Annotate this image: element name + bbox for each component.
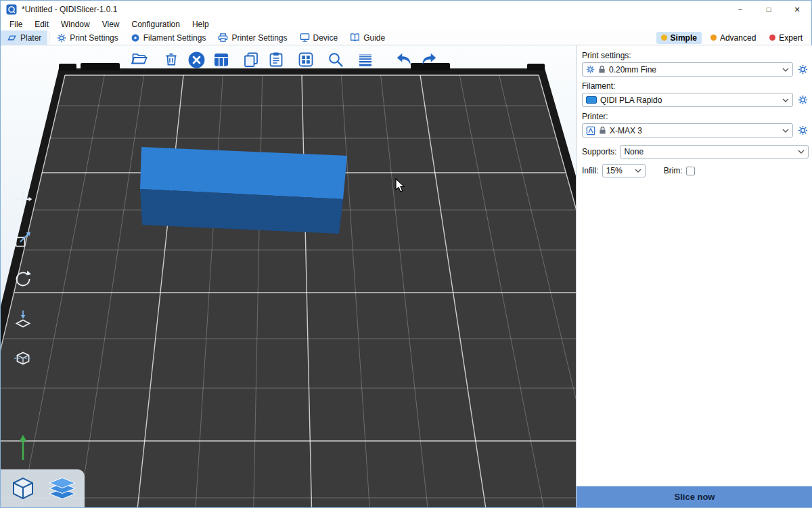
tab-label: Plater <box>20 33 41 43</box>
main-area: Print settings: 0.20mm Fine Filament: QI… <box>1 45 811 507</box>
tab-printer-settings[interactable]: Printer Settings <box>212 30 293 45</box>
search-button[interactable] <box>324 48 347 71</box>
tab-guide[interactable]: Guide <box>344 30 391 45</box>
cube-3d-icon <box>8 473 38 503</box>
infill-value: 15% <box>606 166 623 175</box>
tab-print-settings[interactable]: Print Settings <box>51 30 124 45</box>
chevron-down-icon <box>632 169 641 173</box>
supports-value: None <box>624 147 644 156</box>
place-on-face-tool-button[interactable] <box>9 305 37 333</box>
viewport-3d[interactable] <box>1 45 576 507</box>
copy-icon <box>242 51 260 68</box>
mode-label: Simple <box>671 33 697 43</box>
delete-all-icon <box>187 51 206 69</box>
preview-layers-view-button[interactable] <box>45 471 80 505</box>
brim-checkbox[interactable] <box>686 167 695 175</box>
layers-stack-icon <box>47 473 78 503</box>
open-folder-icon <box>131 51 148 68</box>
undo-button[interactable] <box>392 48 415 71</box>
window-title: *Untitled - QIDISlicer-1.0.1 <box>22 5 117 14</box>
slice-now-button[interactable]: Slice now <box>577 486 812 507</box>
menu-view[interactable]: View <box>96 18 126 30</box>
tab-label: Filament Settings <box>143 33 206 43</box>
menu-edit[interactable]: Edit <box>28 18 55 30</box>
menubar: File Edit Window View Configuration Help <box>1 18 811 30</box>
filament-color-swatch <box>586 96 597 104</box>
infill-select[interactable]: 15% <box>602 164 646 177</box>
settings-sidebar: Print settings: 0.20mm Fine Filament: QI… <box>576 45 812 507</box>
book-icon <box>350 33 360 43</box>
qidislicer-window: *Untitled - QIDISlicer-1.0.1 − □ ✕ File … <box>0 0 812 508</box>
rotate-tool-button[interactable] <box>9 266 37 293</box>
open-file-button[interactable] <box>128 48 151 71</box>
supports-select[interactable]: None <box>620 145 809 158</box>
arrange-grid-icon <box>212 51 230 68</box>
cut-tool-button[interactable] <box>9 345 37 373</box>
brim-label: Brim: <box>664 166 683 175</box>
paste-icon <box>267 51 285 68</box>
printer-preset-icon <box>586 126 595 135</box>
layer-height-icon <box>357 51 374 68</box>
copy-button[interactable] <box>240 48 263 71</box>
build-plate[interactable] <box>1 45 576 507</box>
menu-help[interactable]: Help <box>186 18 215 30</box>
print-settings-value: 0.20mm Fine <box>609 65 656 75</box>
minimize-button[interactable]: − <box>726 1 754 18</box>
print-settings-gear-button[interactable] <box>796 64 809 76</box>
lock-icon <box>598 65 606 74</box>
paste-button[interactable] <box>265 48 288 71</box>
window-controls: − □ ✕ <box>726 1 811 18</box>
top-toolbar <box>128 48 441 71</box>
tab-filament-settings[interactable]: Filament Settings <box>125 30 212 45</box>
mode-expert[interactable]: Expert <box>765 32 807 44</box>
scale-tool-button[interactable] <box>9 226 37 253</box>
menu-configuration[interactable]: Configuration <box>126 18 186 30</box>
menu-window[interactable]: Window <box>55 18 96 30</box>
split-to-objects-button[interactable] <box>294 48 317 71</box>
tab-plater[interactable]: Plater <box>1 30 47 45</box>
maximize-button[interactable]: □ <box>754 1 783 18</box>
app-icon <box>6 4 17 15</box>
filament-select[interactable]: QIDI PLA Rapido <box>582 93 793 107</box>
chevron-down-icon <box>780 98 789 102</box>
tabbar: Plater Print Settings Filament Settings … <box>1 30 811 45</box>
delete-all-button[interactable] <box>185 48 208 71</box>
advanced-mode-dot <box>710 35 717 41</box>
arrange-button[interactable] <box>210 48 233 71</box>
filament-gear-button[interactable] <box>796 94 809 106</box>
search-icon <box>327 51 344 68</box>
delete-button[interactable] <box>160 48 183 71</box>
printer-select[interactable]: X-MAX 3 <box>582 123 793 137</box>
menu-file[interactable]: File <box>3 18 28 30</box>
tab-label: Device <box>313 33 338 43</box>
printer-icon <box>218 33 228 43</box>
supports-label: Supports: <box>582 147 616 156</box>
mode-advanced[interactable]: Advanced <box>706 32 761 44</box>
sidebar-spacer <box>577 179 812 486</box>
tab-device[interactable]: Device <box>294 30 344 45</box>
filament-spool-icon <box>131 33 140 43</box>
mouse-cursor <box>395 178 406 193</box>
tab-label: Guide <box>363 33 385 43</box>
mode-label: Expert <box>779 33 803 43</box>
titlebar: *Untitled - QIDISlicer-1.0.1 − □ ✕ <box>1 1 811 18</box>
printer-label: Printer: <box>582 112 809 121</box>
gear-icon <box>57 33 66 43</box>
variable-layer-height-button[interactable] <box>354 48 377 71</box>
close-button[interactable]: ✕ <box>783 1 811 18</box>
redo-icon <box>420 50 438 69</box>
tab-separator <box>49 33 49 43</box>
redo-button[interactable] <box>418 48 441 71</box>
filament-value: QIDI PLA Rapido <box>600 96 662 105</box>
simple-mode-dot <box>661 35 667 41</box>
chevron-down-icon <box>780 129 789 133</box>
editor-3d-view-button[interactable] <box>5 471 41 505</box>
printer-gear-button[interactable] <box>796 125 809 137</box>
trash-icon <box>162 51 180 68</box>
move-tool-button[interactable] <box>9 186 37 213</box>
move-icon <box>13 189 33 209</box>
mode-label: Advanced <box>720 33 756 43</box>
print-settings-select[interactable]: 0.20mm Fine <box>582 62 793 77</box>
mode-simple[interactable]: Simple <box>656 32 702 44</box>
model-object[interactable] <box>140 147 347 234</box>
